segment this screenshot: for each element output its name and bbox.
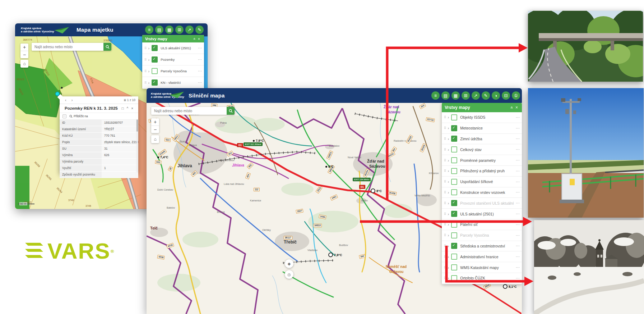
layer-menu-icon[interactable]: ⋯ — [514, 190, 520, 195]
home-button[interactable]: ⌂ — [20, 60, 28, 68]
drag-handle-icon[interactable]: ⠿ — [444, 244, 446, 248]
zoom-in-button[interactable]: + — [151, 118, 159, 126]
layer-menu-icon[interactable]: ⋯ — [514, 169, 520, 173]
expand-chevron-icon[interactable]: › — [448, 255, 449, 259]
expand-chevron-icon[interactable]: › — [448, 201, 449, 205]
expand-chevron-icon[interactable]: › — [448, 233, 449, 237]
layer-row[interactable]: ⠿ › ✓ Pozemky ⋯ — [142, 54, 204, 65]
expand-chevron-icon[interactable]: › — [448, 126, 449, 130]
layer-row[interactable]: ⠿ › ✓ Uspořádání šířkové ⋯ — [442, 177, 522, 187]
layer-menu-icon[interactable]: ⋯ — [514, 158, 520, 163]
layer-checkbox[interactable]: ✓ — [451, 168, 457, 174]
layer-checkbox[interactable]: ✓ — [451, 232, 457, 238]
layer-menu-icon[interactable]: ⋯ — [514, 222, 520, 227]
expand-chevron-icon[interactable]: › — [448, 222, 449, 227]
drag-handle-icon[interactable]: ⠿ — [444, 201, 446, 205]
expand-chevron-icon[interactable]: › — [148, 58, 150, 62]
layer-checkbox[interactable]: ✓ — [451, 254, 457, 260]
expand-chevron-icon[interactable]: › — [148, 46, 150, 50]
layer-checkbox[interactable]: ✓ — [451, 125, 457, 131]
locate-button[interactable]: ◎ — [285, 270, 293, 279]
drag-handle-icon[interactable]: ⠿ — [444, 233, 446, 237]
layer-row[interactable]: ⠿ › ✓ Zimní údržba ⋯ — [442, 134, 522, 145]
apps-icon[interactable]: ⊞ — [462, 91, 470, 100]
home-button[interactable]: ⌂ — [151, 135, 159, 143]
layer-row[interactable]: ⠿ › ✓ Ortofoto ČÚZK ⋯ — [442, 273, 522, 284]
compass-button[interactable]: ◆ — [285, 259, 293, 268]
expand-chevron-icon[interactable]: › — [448, 265, 449, 270]
layer-checkbox[interactable]: ✓ — [152, 68, 158, 74]
maximize-popup-icon[interactable]: □ — [120, 106, 125, 110]
drag-handle-icon[interactable]: ⠿ — [444, 276, 446, 280]
layer-row[interactable]: ⠿ › ✓ Střediska a cestmistrovství ⋯ — [442, 241, 522, 252]
drag-handle-icon[interactable]: ⠿ — [444, 159, 446, 162]
zoom-to-button[interactable]: Přiblížit na — [69, 114, 88, 118]
layer-menu-icon[interactable]: ⋯ — [514, 265, 520, 270]
layer-row[interactable]: ⠿ › ✓ Parcely Vysočina ⋯ — [442, 230, 522, 241]
layers-icon[interactable]: ▤ — [155, 26, 163, 34]
zoom-in-button[interactable]: + — [20, 44, 28, 51]
layer-checkbox[interactable]: ✓ — [451, 157, 457, 163]
layer-menu-icon[interactable]: ⋯ — [514, 201, 520, 205]
expand-chevron-icon[interactable]: › — [448, 147, 449, 152]
layer-checkbox[interactable]: ✓ — [152, 45, 158, 51]
layer-menu-icon[interactable]: ⋯ — [196, 69, 202, 73]
feature-list-icon[interactable]: ≣ — [124, 98, 126, 102]
expand-chevron-icon[interactable]: › — [148, 69, 150, 73]
basemap-icon[interactable]: ▦ — [165, 26, 173, 34]
road-map-canvas[interactable]: JihlavaJihlavaŽďár nadSázavouŽďár nadSáz… — [147, 103, 522, 314]
layer-row[interactable]: ⠿ › ✓ Objekty ISSDS ⋯ — [442, 112, 522, 123]
drag-handle-icon[interactable]: ⠿ — [144, 46, 147, 50]
layer-checkbox[interactable]: ✓ — [451, 179, 457, 185]
layer-menu-icon[interactable]: ⋯ — [514, 147, 520, 152]
drag-handle-icon[interactable]: ⠿ — [444, 115, 446, 119]
expand-chevron-icon[interactable]: › — [448, 276, 449, 280]
layer-checkbox[interactable]: ✓ — [451, 114, 457, 120]
apps-icon[interactable]: ⊞ — [175, 26, 184, 34]
expand-chevron-icon[interactable]: › — [448, 169, 449, 173]
layer-checkbox[interactable]: ✓ — [451, 243, 457, 249]
layer-menu-icon[interactable]: ⋯ — [514, 254, 520, 259]
collapse-panel-icon[interactable]: « — [193, 37, 197, 41]
layer-row[interactable]: ⠿ › ✓ Přidružený a přídatný pruh ⋯ — [442, 166, 522, 177]
layer-row[interactable]: ⠿ › ✓ Páteřní síť ⋯ — [442, 219, 522, 230]
search-input[interactable] — [32, 43, 103, 51]
layer-menu-icon[interactable]: ⋯ — [514, 126, 520, 131]
drag-handle-icon[interactable]: ⠿ — [444, 212, 446, 216]
layer-checkbox[interactable]: ✓ — [451, 264, 457, 270]
expand-chevron-icon[interactable]: › — [448, 244, 449, 248]
drag-handle-icon[interactable]: ⠿ — [444, 169, 446, 173]
layers-icon[interactable]: ▤ — [441, 91, 450, 100]
layer-menu-icon[interactable]: ⋯ — [514, 276, 520, 281]
zoom-out-button[interactable]: − — [20, 51, 28, 58]
collapse-popup-icon[interactable]: ^ — [125, 106, 130, 110]
layer-row[interactable]: ⠿ › ✓ Celkový stav ⋯ — [442, 144, 522, 155]
layer-row[interactable]: ⠿ › ✓ Meteostanice ⋯ — [442, 123, 522, 134]
window1-zoom-control[interactable]: + − — [20, 44, 28, 58]
layer-checkbox[interactable]: ✓ — [451, 222, 457, 228]
search-button[interactable] — [103, 43, 111, 51]
dock-popup-icon[interactable]: ∷ — [62, 114, 66, 118]
layer-row[interactable]: ⠿ › ✓ ULS aktuální (2501) ⋯ — [142, 42, 204, 54]
expand-chevron-icon[interactable]: › — [448, 179, 449, 184]
drag-handle-icon[interactable]: ⠿ — [144, 81, 147, 85]
legend-icon[interactable]: ≡ — [145, 26, 153, 34]
draw-icon[interactable]: ◑ — [492, 91, 500, 100]
layer-menu-icon[interactable]: ⋯ — [196, 46, 202, 50]
close-popup-icon[interactable]: × — [130, 106, 135, 110]
layer-menu-icon[interactable]: ⋯ — [514, 211, 520, 216]
search-input[interactable] — [151, 107, 227, 115]
basemap-icon[interactable]: ▦ — [451, 91, 460, 100]
expand-chevron-icon[interactable]: › — [448, 158, 449, 163]
measure-icon[interactable]: ✎ — [482, 91, 490, 100]
layer-menu-icon[interactable]: ⋯ — [514, 233, 520, 238]
layer-checkbox[interactable]: ✓ — [451, 136, 457, 142]
previous-feature-button[interactable]: ‹ — [62, 98, 69, 102]
print-icon[interactable]: ⊟ — [502, 91, 510, 100]
layer-checkbox[interactable]: ✓ — [451, 146, 457, 153]
close-panel-icon[interactable]: × — [197, 37, 201, 41]
legend-icon[interactable]: ≡ — [431, 91, 440, 100]
drag-handle-icon[interactable]: ⠿ — [144, 69, 147, 73]
close-panel-icon[interactable]: × — [514, 105, 519, 110]
share-map-icon[interactable]: ↗ — [185, 26, 194, 34]
